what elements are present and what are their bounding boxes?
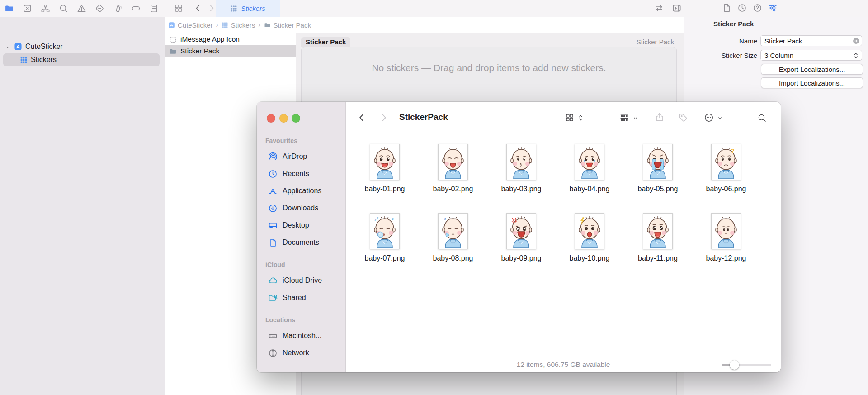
breadcrumb-sticker-pack[interactable]: Sticker Pack	[264, 21, 311, 29]
test-navigator-icon[interactable]	[90, 0, 108, 17]
minimize-button[interactable]	[279, 114, 288, 123]
file-baby-03[interactable]: baby-03.png	[496, 144, 546, 193]
source-control-navigator-icon[interactable]	[18, 0, 36, 17]
find-navigator-icon[interactable]	[54, 0, 72, 17]
editor-forward-button[interactable]	[207, 4, 216, 13]
sidebar-item-desktop[interactable]: Desktop	[257, 217, 345, 234]
forward-button[interactable]	[379, 113, 389, 123]
file-baby-08[interactable]: zbaby-08.png	[428, 213, 478, 262]
back-button[interactable]	[357, 113, 367, 123]
sidebar-item-downloads[interactable]: Downloads	[257, 200, 345, 217]
file-baby-05[interactable]: baby-05.png	[633, 144, 683, 193]
navigator-row-stickers[interactable]: Stickers	[3, 53, 160, 66]
tab-stickers[interactable]: Stickers	[216, 0, 280, 17]
debug-navigator-icon[interactable]	[108, 0, 127, 17]
breadcrumb-separator: ›	[216, 21, 218, 29]
file-baby-12[interactable]: baby-12.png	[701, 213, 751, 262]
project-navigator-icon[interactable]	[0, 0, 18, 17]
file-baby-01[interactable]: baby-01.png	[360, 144, 410, 193]
svg-text:z: z	[392, 217, 394, 221]
jump-bar: CuteSticker›Stickers›Sticker Pack	[165, 17, 684, 33]
file-baby-02[interactable]: baby-02.png	[428, 144, 478, 193]
section-header: Sticker Pack	[301, 37, 350, 47]
zoom-button[interactable]	[292, 114, 300, 123]
close-button[interactable]	[267, 114, 275, 123]
search-icon[interactable]	[757, 113, 767, 123]
code-review-icon[interactable]	[654, 3, 664, 13]
asset-row-sticker-pack[interactable]: Sticker Pack	[165, 45, 296, 57]
rlist-glyph	[149, 4, 159, 13]
disclosure-chevron-icon[interactable]	[5, 44, 11, 49]
related-items-icon[interactable]	[174, 4, 183, 13]
sidebar-item-network[interactable]: Network	[257, 344, 345, 362]
icon-view-icon[interactable]	[565, 113, 574, 122]
import-localizations-button[interactable]: Import Localizations...	[761, 77, 863, 88]
group-by-icon[interactable]	[619, 113, 629, 123]
section-header: iCloud	[265, 261, 345, 268]
file-baby-09[interactable]: baby-09.png	[496, 213, 546, 262]
sidebar-item-macintosh-[interactable]: Macintosh...	[257, 327, 345, 344]
breadcrumb-stickers[interactable]: Stickers	[222, 21, 255, 29]
file-name-label: baby-09.png	[496, 254, 546, 262]
zoom-slider-knob[interactable]	[730, 360, 739, 370]
more-actions-icon[interactable]	[704, 113, 714, 123]
file-baby-07[interactable]: zzzbaby-07.png	[360, 213, 410, 262]
sidebar-item-label: iCloud Drive	[283, 276, 322, 285]
name-field[interactable]	[760, 35, 862, 46]
sticker-size-dropdown[interactable]: 3 Column	[760, 50, 862, 61]
file-baby-10[interactable]: baby-10.png	[565, 213, 614, 262]
file-inspector-icon[interactable]	[722, 3, 731, 13]
grid3-icon	[222, 22, 228, 29]
sidebar-item-shared[interactable]: Shared	[257, 289, 345, 306]
sidebar-item-airdrop[interactable]: AirDrop	[257, 148, 345, 165]
share-icon[interactable]	[655, 112, 665, 122]
chevron-down-icon[interactable]	[632, 115, 638, 121]
sidebar-item-recents[interactable]: Recents	[257, 165, 345, 182]
sidebar-item-applications[interactable]: Applications	[257, 182, 345, 200]
attributes-inspector-icon[interactable]	[768, 3, 778, 13]
symbol-navigator-icon[interactable]	[36, 0, 54, 17]
navigator-item-label: Stickers	[31, 56, 57, 64]
chevron-down-icon[interactable]	[717, 115, 723, 121]
editor-back-button[interactable]	[193, 4, 203, 13]
svg-text:z: z	[377, 216, 378, 219]
tag-icon[interactable]	[678, 113, 688, 123]
sticker-thumbnail-happy-baby	[370, 144, 400, 180]
warn-glyph	[77, 4, 86, 13]
issue-navigator-icon[interactable]	[72, 0, 90, 17]
file-name-label: baby-05.png	[633, 185, 683, 193]
project-row-cutesticker[interactable]: CuteSticker	[0, 41, 165, 52]
breadcrumb-cutesticker[interactable]: CuteSticker	[168, 21, 213, 29]
folder-glyph	[5, 4, 14, 13]
help-inspector-icon[interactable]	[753, 3, 762, 13]
toolbar-divider	[165, 4, 165, 13]
breakpoint-navigator-icon[interactable]	[127, 0, 145, 17]
svg-text:z: z	[374, 218, 376, 222]
goto-arrow-icon[interactable]	[852, 37, 860, 45]
spray-glyph	[113, 4, 123, 13]
add-editor-icon[interactable]	[672, 3, 682, 13]
file-baby-11[interactable]: baby-11.png	[633, 213, 683, 262]
asset-label: Sticker Pack	[180, 47, 219, 55]
sidebar-item-label: Applications	[283, 187, 321, 195]
sidebar-item-label: Documents	[283, 238, 319, 247]
report-navigator-icon[interactable]	[145, 0, 163, 17]
sticker-thumbnail-excited-baby	[643, 213, 673, 249]
globe-icon	[268, 348, 278, 358]
zoom-slider-track[interactable]	[722, 364, 771, 366]
file-baby-06[interactable]: ?baby-06.png	[701, 144, 751, 193]
sticker-thumbnail-puzzled-baby	[506, 144, 536, 180]
sticker-thumbnail-sweating-baby: z	[438, 213, 468, 249]
sidebar-item-icloud-drive[interactable]: iCloud Drive	[257, 272, 345, 289]
project-name: CuteSticker	[25, 43, 63, 51]
sidebar-section-locations: LocationsMacintosh...Network	[257, 316, 345, 362]
export-localizations-button[interactable]: Export Localizations...	[761, 64, 863, 75]
asset-row-imessage-app-icon[interactable]: iMessage App Icon	[165, 33, 296, 45]
file-baby-04[interactable]: baby-04.png	[565, 144, 614, 193]
view-chevrons-icon[interactable]	[577, 114, 584, 121]
sidebar-item-label: Desktop	[283, 221, 309, 229]
sidebar-item-documents[interactable]: Documents	[257, 234, 345, 251]
sidebar-section-icloud: iCloudiCloud DriveShared	[257, 261, 345, 306]
svg-text:?: ?	[731, 148, 734, 154]
history-inspector-icon[interactable]	[737, 3, 747, 13]
